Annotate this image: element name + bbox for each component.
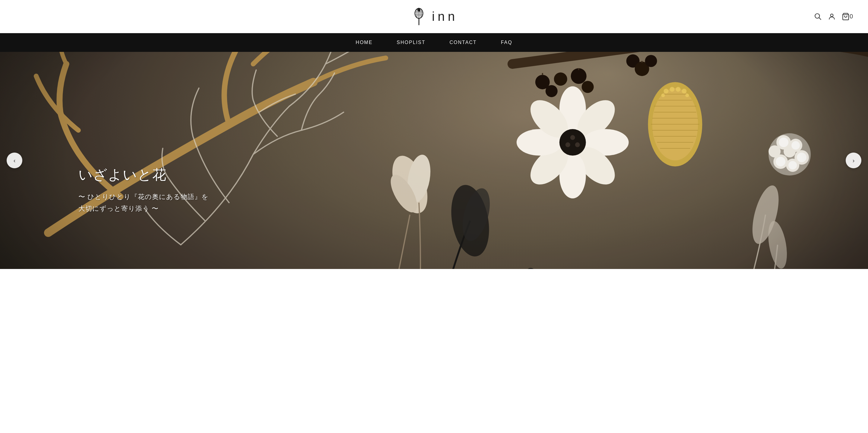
nav-item-home[interactable]: HOME bbox=[352, 34, 375, 51]
cart-icon bbox=[842, 13, 849, 21]
chevron-right-icon: › bbox=[852, 157, 855, 164]
slider-next-button[interactable]: › bbox=[846, 153, 861, 168]
logo-icon: i n n bbox=[410, 8, 428, 25]
site-header: i n n inn 0 bbox=[0, 0, 868, 33]
hero-content: いざよいと花 〜 ひとりひとり『花の奥にある物語』を 大切にずっと寄り添う 〜 bbox=[79, 165, 209, 215]
hero-title: いざよいと花 bbox=[79, 165, 209, 184]
nav-item-faq[interactable]: FAQ bbox=[498, 34, 516, 51]
svg-line-13 bbox=[819, 18, 821, 19]
hero-subtitle-line2: 大切にずっと寄り添う 〜 bbox=[79, 203, 209, 215]
hero-subtitle-line1: 〜 ひとりひとり『花の奥にある物語』を bbox=[79, 191, 209, 203]
search-icon bbox=[814, 13, 822, 21]
svg-rect-85 bbox=[0, 52, 868, 269]
logo-text: inn bbox=[432, 9, 458, 24]
header-icons: 0 bbox=[814, 13, 853, 21]
site-logo[interactable]: i n n inn bbox=[410, 8, 458, 25]
slider-prev-button[interactable]: ‹ bbox=[7, 153, 22, 168]
svg-point-14 bbox=[831, 14, 833, 17]
account-icon bbox=[828, 13, 836, 21]
chevron-left-icon: ‹ bbox=[13, 157, 16, 164]
nav-item-contact[interactable]: CONTACT bbox=[446, 34, 479, 51]
cart-button[interactable]: 0 bbox=[842, 13, 853, 21]
main-nav: HOME SHOPLIST CONTACT FAQ bbox=[0, 33, 868, 52]
hero-slider: いざよいと花 〜 ひとりひとり『花の奥にある物語』を 大切にずっと寄り添う 〜 … bbox=[0, 52, 868, 269]
account-button[interactable] bbox=[828, 13, 836, 21]
nav-item-shoplist[interactable]: SHOPLIST bbox=[394, 34, 428, 51]
cart-count: 0 bbox=[849, 13, 853, 20]
hero-background bbox=[0, 52, 868, 269]
search-button[interactable] bbox=[814, 13, 822, 21]
